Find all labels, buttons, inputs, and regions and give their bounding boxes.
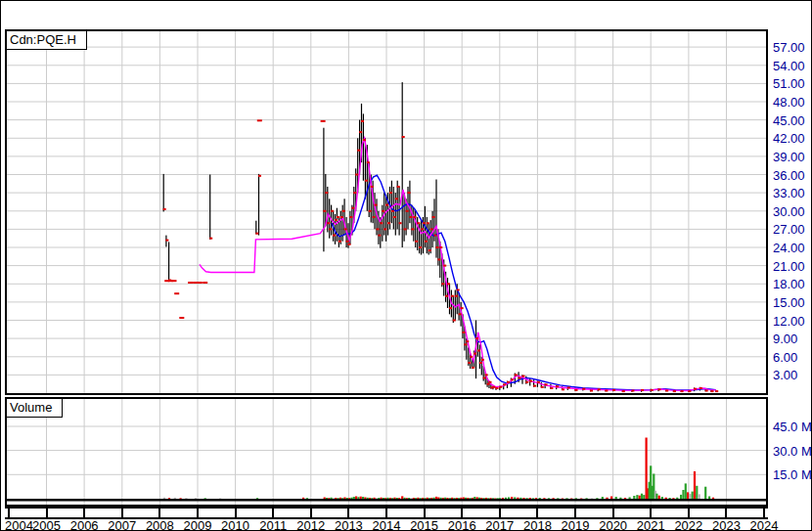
year-label: 2009 [183,518,211,531]
year-tick [725,509,727,517]
price-axis-tick-label: 9.00 [773,332,797,346]
year-label: 2023 [712,518,741,531]
year-tick [8,509,10,517]
price-axis-tick-label: 27.00 [773,222,805,237]
year-tick [461,509,463,517]
price-axis-tick-label: 12.00 [773,314,805,329]
year-label: 2008 [146,518,174,531]
year-label: 2016 [448,518,476,531]
price-axis-tick-label: 54.00 [773,59,805,73]
year-tick [763,509,765,517]
volume-axis-tick-label: 45.0 M [773,420,812,434]
price-chart-pane: Cdn:PQE.H [5,29,768,395]
price-axis-tick-label: 39.00 [773,150,805,164]
year-tick [197,509,199,517]
price-axis-tick-label: 48.00 [773,95,805,110]
year-label: 2007 [108,518,136,531]
volume-label: Volume [7,399,63,418]
year-label: 2024 [750,518,779,531]
volume-baseline [7,499,766,502]
year-tick [46,509,48,517]
price-axis-tick-label: 36.00 [773,168,805,183]
year-tick [424,509,426,517]
year-label: 2010 [221,518,249,531]
price-axis-tick-label: 42.00 [773,131,805,146]
year-label: 2022 [674,518,702,531]
year-tick [158,509,160,517]
year-tick [347,509,349,517]
year-tick [83,509,85,517]
price-axis-tick-label: 15.00 [773,295,805,310]
year-label: 2017 [485,518,514,531]
price-axis-tick-label: 45.00 [773,113,805,128]
year-tick [650,509,652,517]
year-label: 2020 [599,518,627,531]
price-axis-tick-label: 21.00 [773,259,805,274]
year-label: 2021 [637,518,665,531]
price-axis-tick-label: 18.00 [773,277,805,291]
ma-fast-line [200,138,716,390]
year-tick [688,509,690,517]
year-tick [121,509,123,517]
year-label: 2014 [373,518,401,531]
price-axis-tick-label: 24.00 [773,241,805,255]
year-label: 2006 [70,518,99,531]
year-label: 2018 [523,518,552,531]
price-axis-tick-label: 30.00 [773,204,805,219]
year-tick [272,509,274,517]
volume-bars-layer [163,438,714,500]
price-axis-tick-label: 51.00 [773,76,805,91]
price-plot-svg [7,31,766,393]
price-axis-tick-label: 33.00 [773,186,805,200]
x-axis-year-labels: 2004200520062007200820092010201120122013… [5,518,788,531]
year-tick [235,509,237,517]
symbol-label: Cdn:PQE.H [7,31,87,50]
year-tick [574,509,576,517]
volume-axis-tick-label: 30.0 M [773,444,812,459]
volume-pane: Volume [5,397,768,507]
ohlc-bars-layer [163,82,717,392]
close-ticks-layer [163,119,719,392]
year-label: 2011 [259,518,287,531]
year-tick [499,509,501,517]
year-label: 2004 [5,518,33,531]
price-axis-tick-label: 57.00 [773,40,805,55]
year-label: 2015 [410,518,438,531]
year-label: 2013 [335,518,363,531]
year-tick [536,509,538,517]
stockwatch-historic-chart-window: Historic Chart for Cdn:PQE.H by Stockwat… [0,0,812,531]
year-tick [612,509,614,517]
price-axis-tick-label: 6.00 [773,350,797,365]
year-label: 2012 [296,518,325,531]
volume-axis-tick-label: 15.0 M [773,467,812,482]
year-label: 2019 [562,518,590,531]
price-axis-tick-label: 3.00 [773,368,797,382]
volume-plot-svg [7,399,766,505]
year-tick [385,509,387,517]
year-tick [310,509,312,517]
year-label: 2005 [32,518,61,531]
